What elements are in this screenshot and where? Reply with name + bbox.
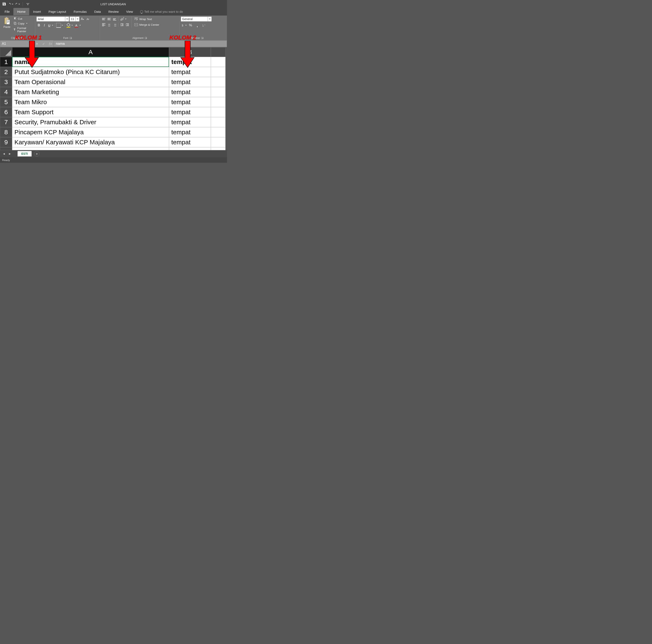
orientation-button[interactable]: ab bbox=[119, 17, 127, 22]
undo-icon[interactable] bbox=[8, 1, 13, 6]
cell[interactable] bbox=[211, 137, 225, 147]
cell[interactable]: tempat bbox=[169, 87, 211, 97]
row-header[interactable]: 9 bbox=[0, 137, 12, 147]
comma-button[interactable]: , bbox=[194, 23, 200, 28]
align-right-button[interactable] bbox=[112, 22, 117, 27]
cell-c1[interactable] bbox=[211, 57, 225, 67]
italic-button[interactable]: I bbox=[42, 23, 47, 28]
tab-page-layout[interactable]: Page Layout bbox=[45, 8, 70, 15]
decrease-indent-button[interactable] bbox=[119, 22, 125, 27]
cell[interactable]: Team Operasional bbox=[12, 77, 169, 87]
cell[interactable] bbox=[211, 147, 225, 150]
customize-qat-icon[interactable] bbox=[25, 1, 30, 6]
cell[interactable]: Putut Sudjatmoko (Pinca KC Citarum) bbox=[12, 67, 169, 77]
increase-font-button[interactable]: A▴ bbox=[80, 17, 85, 22]
row-header[interactable]: 6 bbox=[0, 107, 12, 117]
row-header[interactable]: 5 bbox=[0, 97, 12, 107]
bold-button[interactable]: B bbox=[36, 23, 42, 28]
increase-decimal-button[interactable]: .0.00 bbox=[201, 23, 207, 28]
row-header[interactable]: 8 bbox=[0, 127, 12, 137]
font-name-input[interactable] bbox=[36, 17, 65, 22]
font-dialog-launcher[interactable] bbox=[70, 37, 72, 39]
cell[interactable]: tempat bbox=[169, 107, 211, 117]
cell-a1[interactable]: nama bbox=[12, 57, 169, 67]
cell[interactable]: tempat bbox=[169, 117, 211, 127]
clipboard-dialog-launcher[interactable] bbox=[23, 37, 25, 39]
row-header[interactable]: 3 bbox=[0, 77, 12, 87]
cell[interactable]: Karyawan/ Karyawati KCP Majalaya bbox=[12, 137, 169, 147]
chevron-down-icon[interactable] bbox=[76, 17, 80, 22]
cell[interactable]: tempat bbox=[169, 97, 211, 107]
cell[interactable]: tempat bbox=[169, 127, 211, 137]
merge-center-button[interactable]: Merge & Center bbox=[133, 22, 162, 27]
cell[interactable] bbox=[169, 147, 211, 150]
tab-formulas[interactable]: Formulas bbox=[70, 8, 90, 15]
row-header[interactable]: 7 bbox=[0, 117, 12, 127]
cell[interactable]: Pincapem KCP Majalaya bbox=[12, 127, 169, 137]
tell-me-search[interactable]: Tell me what you want to do bbox=[139, 8, 184, 15]
cell[interactable] bbox=[12, 147, 169, 150]
cell[interactable] bbox=[211, 87, 225, 97]
tab-data[interactable]: Data bbox=[90, 8, 105, 15]
sheet-tab-active[interactable]: ESTI bbox=[18, 151, 32, 157]
font-color-button[interactable]: A bbox=[74, 23, 81, 28]
name-box[interactable]: A1 bbox=[0, 41, 29, 47]
cut-button[interactable]: Cut bbox=[12, 17, 34, 21]
decrease-font-button[interactable]: A▾ bbox=[85, 17, 90, 22]
align-top-button[interactable] bbox=[101, 17, 106, 22]
cell[interactable]: Team Marketing bbox=[12, 87, 169, 97]
number-format-input[interactable] bbox=[181, 17, 208, 22]
cell-b1[interactable]: tempat bbox=[169, 57, 211, 67]
tab-view[interactable]: View bbox=[123, 8, 137, 15]
font-size-input[interactable] bbox=[70, 17, 76, 22]
cancel-formula-button[interactable]: ✕ bbox=[33, 41, 40, 47]
row-header[interactable]: 4 bbox=[0, 87, 12, 97]
align-left-button[interactable] bbox=[101, 22, 106, 27]
font-name-combo[interactable] bbox=[36, 17, 69, 22]
cell[interactable] bbox=[211, 77, 225, 87]
alignment-dialog-launcher[interactable] bbox=[145, 37, 147, 39]
cell[interactable]: tempat bbox=[169, 77, 211, 87]
save-icon[interactable] bbox=[2, 1, 7, 6]
column-header-c[interactable] bbox=[211, 47, 225, 57]
cell[interactable]: Team Mikro bbox=[12, 97, 169, 107]
name-box-dropdown[interactable] bbox=[29, 41, 33, 47]
row-header[interactable]: 2 bbox=[0, 67, 12, 77]
fill-color-button[interactable] bbox=[66, 23, 74, 28]
tab-review[interactable]: Review bbox=[105, 8, 123, 15]
format-painter-button[interactable]: Format Painter bbox=[12, 26, 34, 33]
tab-insert[interactable]: Insert bbox=[29, 8, 45, 15]
row-header[interactable]: 1 bbox=[0, 57, 12, 67]
align-middle-button[interactable] bbox=[107, 17, 112, 22]
cell[interactable]: tempat bbox=[169, 67, 211, 77]
formula-input[interactable]: nama bbox=[54, 41, 227, 47]
tab-home[interactable]: Home bbox=[13, 8, 29, 15]
copy-button[interactable]: Copy bbox=[12, 21, 34, 26]
cell[interactable]: tempat bbox=[169, 137, 211, 147]
tab-file[interactable]: File bbox=[1, 8, 13, 15]
add-sheet-button[interactable]: ＋ bbox=[34, 151, 39, 157]
accounting-format-button[interactable]: $ bbox=[181, 23, 187, 28]
number-format-combo[interactable] bbox=[181, 17, 212, 22]
wrap-text-button[interactable]: Wrap Text bbox=[133, 17, 162, 22]
chevron-down-icon[interactable] bbox=[65, 17, 69, 22]
paste-button[interactable]: Paste bbox=[2, 17, 12, 28]
percent-button[interactable]: % bbox=[187, 23, 194, 28]
underline-button[interactable]: U bbox=[47, 23, 54, 28]
borders-button[interactable] bbox=[56, 23, 63, 28]
cell[interactable] bbox=[211, 127, 225, 137]
chevron-down-icon[interactable] bbox=[208, 17, 212, 22]
sheet-nav-next[interactable]: ► bbox=[7, 151, 12, 157]
cell[interactable] bbox=[211, 97, 225, 107]
enter-formula-button[interactable]: ✓ bbox=[40, 41, 47, 47]
increase-indent-button[interactable] bbox=[125, 22, 130, 27]
number-dialog-launcher[interactable] bbox=[201, 37, 203, 39]
cell[interactable] bbox=[211, 67, 225, 77]
insert-function-button[interactable]: ƒx bbox=[47, 41, 54, 47]
column-header-a[interactable]: A bbox=[12, 47, 169, 57]
cell[interactable] bbox=[211, 107, 225, 117]
column-header-b[interactable]: B bbox=[169, 47, 211, 57]
row-header[interactable] bbox=[0, 147, 12, 150]
font-size-combo[interactable] bbox=[70, 17, 80, 22]
select-all-corner[interactable] bbox=[0, 47, 12, 57]
